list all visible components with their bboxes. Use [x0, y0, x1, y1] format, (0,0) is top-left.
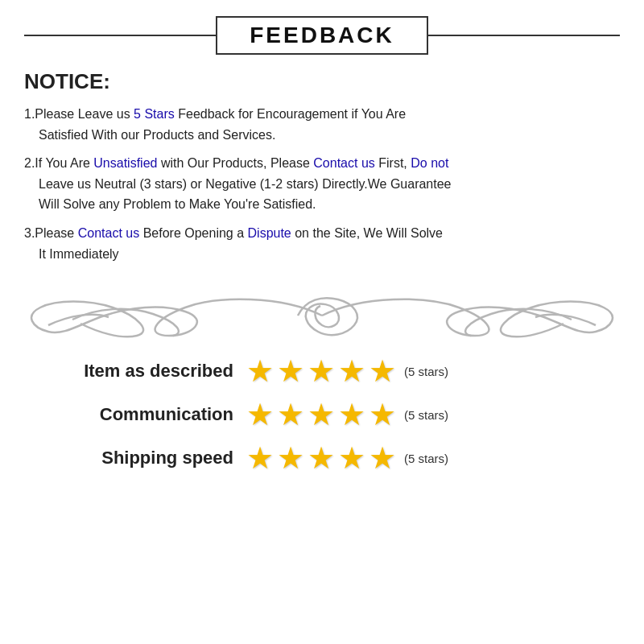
- dispute-text: Dispute: [248, 226, 291, 240]
- five-stars-text: 5 Stars: [134, 107, 178, 121]
- rating-label-ship: Shipping speed: [40, 448, 233, 469]
- rating-label-comm: Communication: [40, 404, 233, 425]
- star-ship-2: ★: [277, 443, 304, 473]
- notice-number-3: 3.Please: [24, 226, 78, 240]
- star-count-item: (5 stars): [404, 365, 448, 378]
- star-3: ★: [308, 356, 335, 386]
- notice-indent-3: It Immediately: [39, 244, 620, 265]
- star-2: ★: [277, 356, 304, 386]
- notice-text-2b: with Our Products, Please: [157, 156, 313, 170]
- star-1: ★: [246, 356, 274, 386]
- notice-indent-2b: Will Solve any Problem to Make You're Sa…: [39, 194, 620, 215]
- ratings-section: Item as described ★ ★ ★ ★ ★ (5 stars) Co…: [24, 356, 620, 473]
- rating-row-item: Item as described ★ ★ ★ ★ ★ (5 stars): [40, 356, 604, 386]
- page-wrapper: FEEDBACK NOTICE: 1.Please Leave us 5 Sta…: [0, 0, 644, 644]
- rating-label-item: Item as described: [40, 361, 233, 382]
- notice-indent-1: Satisfied With our Products and Services…: [39, 125, 620, 146]
- rating-row-comm: Communication ★ ★ ★ ★ ★ (5 stars): [40, 399, 604, 430]
- notice-item-2: 2.If You Are Unsatisfied with Our Produc…: [24, 153, 620, 215]
- notice-number-1: 1.Please Leave us: [24, 107, 134, 121]
- notice-section: NOTICE: 1.Please Leave us 5 Stars Feedba…: [24, 69, 620, 272]
- rating-row-ship: Shipping speed ★ ★ ★ ★ ★ (5 stars): [40, 443, 604, 473]
- star-comm-3: ★: [308, 399, 335, 430]
- notice-text-3b: Before Opening a: [139, 226, 247, 240]
- feedback-header: FEEDBACK: [24, 16, 620, 55]
- ornament-svg: [24, 291, 620, 340]
- star-count-ship: (5 stars): [404, 452, 448, 465]
- notice-text-2c: First,: [375, 156, 411, 170]
- feedback-title: FEEDBACK: [216, 16, 428, 55]
- notice-item-1: 1.Please Leave us 5 Stars Feedback for E…: [24, 104, 620, 145]
- notice-text-1b: Feedback for Encouragement if You Are: [178, 107, 406, 121]
- star-comm-1: ★: [246, 399, 274, 430]
- contact-us-text-1: Contact us: [313, 156, 374, 170]
- star-count-comm: (5 stars): [404, 408, 448, 422]
- decorative-divider: [24, 291, 620, 340]
- star-5: ★: [369, 356, 396, 386]
- notice-title: NOTICE:: [24, 69, 620, 94]
- star-ship-5: ★: [369, 443, 396, 473]
- stars-comm: ★ ★ ★ ★ ★ (5 stars): [246, 399, 448, 430]
- notice-item-3: 3.Please Contact us Before Opening a Dis…: [24, 223, 620, 264]
- star-ship-3: ★: [308, 443, 335, 473]
- stars-ship: ★ ★ ★ ★ ★ (5 stars): [246, 443, 448, 473]
- star-ship-1: ★: [246, 443, 274, 473]
- star-comm-2: ★: [277, 399, 304, 430]
- star-comm-4: ★: [338, 399, 365, 430]
- unsatisfied-text: Unsatisfied: [93, 156, 157, 170]
- notice-number-2: 2.If You Are: [24, 156, 93, 170]
- do-not-text: Do not: [411, 156, 448, 170]
- contact-us-text-2: Contact us: [78, 226, 139, 240]
- stars-item: ★ ★ ★ ★ ★ (5 stars): [246, 356, 448, 386]
- star-comm-5: ★: [369, 399, 396, 430]
- star-4: ★: [338, 356, 365, 386]
- notice-indent-2: Leave us Neutral (3 stars) or Negative (…: [39, 174, 620, 195]
- notice-text-3c: on the Site, We Will Solve: [291, 226, 443, 240]
- star-ship-4: ★: [338, 443, 365, 473]
